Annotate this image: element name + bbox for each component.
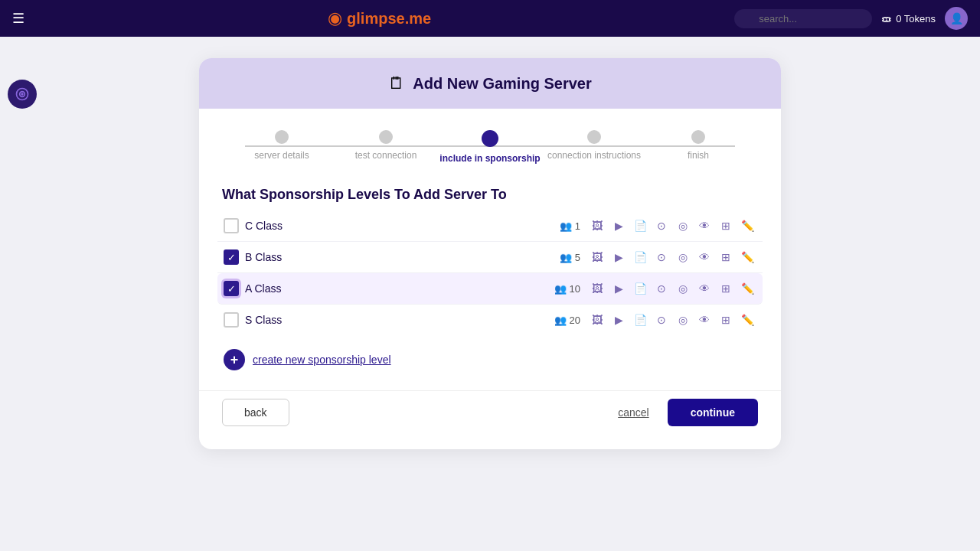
checkbox-s-class[interactable] — [224, 312, 239, 328]
sponsorship-table: C Class👥1🖼▶📄⊙◎👁⊞✏️✓B Class👥5🖼▶📄⊙◎👁⊞✏️✓A … — [199, 210, 781, 335]
ring-icon[interactable]: ◎ — [674, 279, 692, 298]
row-label-s-class: S Class — [245, 314, 548, 326]
step-5: finish — [646, 130, 750, 161]
row-label-b-class: B Class — [245, 251, 554, 263]
create-new-area[interactable]: + create new sponsorship level — [199, 335, 781, 384]
grid-icon[interactable]: ⊞ — [717, 217, 735, 235]
checkbox-a-class[interactable]: ✓ — [224, 281, 239, 296]
logo-text: glimpse.me — [347, 10, 431, 28]
image-icon[interactable]: 🖼 — [588, 248, 606, 266]
document-icon[interactable]: 📄 — [631, 311, 649, 329]
create-new-label[interactable]: create new sponsorship level — [253, 354, 391, 366]
ring-icon[interactable]: ◎ — [674, 248, 692, 266]
play-icon[interactable]: ▶ — [609, 248, 628, 266]
grid-icon[interactable]: ⊞ — [717, 279, 735, 298]
step-label-4: connection instructions — [547, 150, 641, 161]
row-icons: 👥5🖼▶📄⊙◎👁⊞✏️ — [560, 248, 756, 266]
row-label-c-class: C Class — [245, 220, 554, 232]
table-row: ✓B Class👥5🖼▶📄⊙◎👁⊞✏️ — [217, 242, 763, 273]
edit-icon[interactable]: ✏️ — [738, 279, 756, 298]
main-area: 🗒 Add New Gaming Server server detailste… — [0, 37, 980, 551]
play-icon[interactable]: ▶ — [609, 311, 628, 329]
circle-icon[interactable]: ⊙ — [652, 311, 671, 329]
table-row: ✓A Class👥10🖼▶📄⊙◎👁⊞✏️ — [217, 273, 763, 305]
tokens-icon: 🎟 — [881, 13, 891, 24]
circle-icon[interactable]: ⊙ — [652, 217, 671, 235]
document-icon[interactable]: 📄 — [631, 217, 649, 235]
footer-right: cancel continue — [618, 399, 758, 426]
row-icons: 👥10🖼▶📄⊙◎👁⊞✏️ — [554, 279, 756, 298]
ring-icon[interactable]: ◎ — [674, 217, 692, 235]
step-label-3: include in sponsorship — [439, 153, 540, 164]
step-circle-3 — [482, 130, 498, 147]
step-circle-5 — [691, 130, 705, 144]
navbar-right: 🔍 🎟 0 Tokens 👤 — [734, 7, 968, 30]
card: 🗒 Add New Gaming Server server detailste… — [199, 58, 781, 449]
play-icon[interactable]: ▶ — [609, 217, 628, 235]
stepper: server detailstest connectioninclude in … — [199, 109, 781, 171]
row-count: 👥10 — [554, 283, 580, 295]
continue-button[interactable]: continue — [668, 399, 758, 426]
edit-icon[interactable]: ✏️ — [738, 311, 756, 329]
step-label-5: finish — [688, 150, 709, 161]
row-icons: 👥20🖼▶📄⊙◎👁⊞✏️ — [554, 311, 756, 329]
logo[interactable]: ◉ glimpse.me — [328, 8, 431, 28]
hamburger-icon[interactable]: ☰ — [12, 10, 24, 27]
eye-icon[interactable]: 👁 — [695, 311, 714, 329]
row-icons: 👥1🖼▶📄⊙◎👁⊞✏️ — [560, 217, 756, 235]
step-label-2: test connection — [355, 150, 417, 161]
card-header-title: Add New Gaming Server — [413, 75, 591, 93]
tokens-label: 0 Tokens — [896, 13, 936, 24]
checkbox-c-class[interactable] — [224, 218, 239, 233]
section-heading: What Sponsorship Levels To Add Server To — [199, 171, 781, 210]
step-1: server details — [230, 130, 334, 161]
search-wrapper: 🔍 — [734, 9, 872, 28]
step-2: test connection — [334, 130, 438, 161]
circle-icon[interactable]: ⊙ — [652, 248, 671, 266]
image-icon[interactable]: 🖼 — [588, 311, 606, 329]
step-circle-4 — [587, 130, 601, 144]
row-label-a-class: A Class — [245, 282, 548, 295]
step-circle-1 — [275, 130, 289, 144]
edit-icon[interactable]: ✏️ — [738, 217, 756, 235]
svg-point-2 — [21, 93, 23, 95]
table-row: S Class👥20🖼▶📄⊙◎👁⊞✏️ — [217, 305, 763, 335]
navbar: ☰ ◉ glimpse.me 🔍 🎟 0 Tokens 👤 — [0, 0, 980, 37]
image-icon[interactable]: 🖼 — [588, 279, 606, 298]
step-4: connection instructions — [542, 130, 646, 161]
tokens-area: 🎟 0 Tokens — [881, 13, 936, 24]
logo-icon: ◉ — [328, 8, 342, 28]
checkbox-b-class[interactable]: ✓ — [224, 249, 239, 265]
ring-icon[interactable]: ◎ — [674, 311, 692, 329]
back-button[interactable]: back — [222, 399, 289, 426]
eye-icon[interactable]: 👁 — [695, 248, 714, 266]
play-icon[interactable]: ▶ — [609, 279, 628, 298]
eye-icon[interactable]: 👁 — [695, 217, 714, 235]
eye-icon[interactable]: 👁 — [695, 279, 714, 298]
row-count: 👥20 — [554, 315, 580, 326]
search-input[interactable] — [734, 9, 872, 28]
image-icon[interactable]: 🖼 — [588, 217, 606, 235]
row-count: 👥1 — [560, 220, 580, 232]
avatar[interactable]: 👤 — [945, 7, 968, 30]
grid-icon[interactable]: ⊞ — [717, 311, 735, 329]
sidebar-button[interactable] — [8, 80, 37, 109]
card-header: 🗒 Add New Gaming Server — [199, 58, 781, 109]
document-icon[interactable]: 📄 — [631, 279, 649, 298]
table-row: C Class👥1🖼▶📄⊙◎👁⊞✏️ — [217, 210, 763, 242]
document-icon[interactable]: 📄 — [631, 248, 649, 266]
step-circle-2 — [379, 130, 393, 144]
edit-icon[interactable]: ✏️ — [738, 248, 756, 266]
grid-icon[interactable]: ⊞ — [717, 248, 735, 266]
card-footer: back cancel continue — [199, 390, 781, 426]
circle-icon[interactable]: ⊙ — [652, 279, 671, 298]
step-label-1: server details — [254, 150, 309, 161]
row-count: 👥5 — [560, 252, 580, 263]
cancel-button[interactable]: cancel — [618, 406, 648, 419]
plus-icon: + — [224, 349, 245, 370]
target-icon — [15, 86, 30, 102]
step-3: include in sponsorship — [438, 130, 542, 164]
navbar-left: ☰ — [12, 10, 24, 27]
card-header-icon: 🗒 — [388, 73, 405, 93]
